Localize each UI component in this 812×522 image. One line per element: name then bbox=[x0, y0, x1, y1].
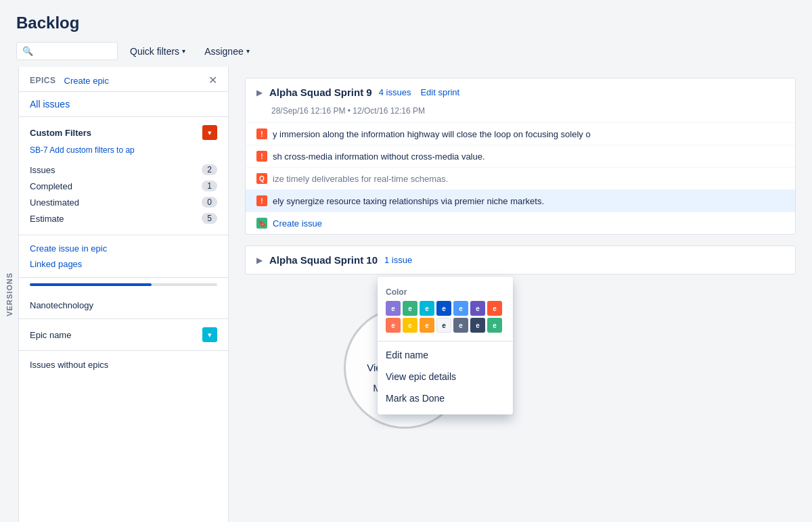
main-content: VERSIONS EPICS Create epic ✕ All issues bbox=[0, 67, 812, 522]
color-swatch-green2[interactable]: e bbox=[487, 318, 502, 333]
color-swatch-lightblue[interactable]: e bbox=[453, 301, 468, 316]
filter-row-completed: Completed 1 bbox=[30, 178, 217, 194]
search-icon: 🔍 bbox=[22, 46, 33, 56]
filter-issues-badge: 2 bbox=[202, 164, 217, 175]
assignee-button[interactable]: Assignee ▾ bbox=[198, 43, 256, 60]
sidebar-header: EPICS Create epic ✕ bbox=[19, 67, 228, 92]
color-swatch-indigo[interactable]: e bbox=[470, 301, 485, 316]
filter-completed-label: Completed bbox=[30, 181, 72, 191]
color-swatch-darkblue[interactable]: e bbox=[470, 318, 485, 333]
color-swatch-yellow[interactable]: e bbox=[403, 318, 418, 333]
page-container: Backlog 🔍 Quick filters ▾ Assignee ▾ VER… bbox=[0, 0, 812, 522]
create-issue-row[interactable]: 🔖 Create issue bbox=[246, 212, 795, 234]
context-menu: Color e e e e e e e e e e e e e bbox=[378, 277, 513, 414]
custom-filters-header: Custom Filters ▾ bbox=[30, 125, 217, 140]
custom-filters-label: Custom Filters bbox=[30, 128, 91, 138]
create-icon: 🔖 bbox=[256, 218, 267, 229]
color-swatch-purple[interactable]: e bbox=[386, 301, 401, 316]
progress-bar-container bbox=[30, 283, 217, 286]
sprint-9-dates: 28/Sep/16 12:16 PM • 12/Oct/16 12:16 PM bbox=[246, 106, 795, 122]
issue-row: ! y immersion along the information high… bbox=[246, 122, 795, 145]
color-swatch-green[interactable]: e bbox=[403, 301, 418, 316]
sidebar-action-links: Create issue in epic Linked pages bbox=[19, 235, 228, 278]
issue-text: ely synergize resource taxing relationsh… bbox=[273, 196, 784, 206]
filter-issues-label: Issues bbox=[30, 165, 55, 175]
sb-link[interactable]: SB-7 Add custom filters to ap bbox=[30, 145, 217, 155]
filter-row-issues: Issues 2 bbox=[30, 162, 217, 178]
issues-without-epics: Issues without epics bbox=[19, 351, 228, 378]
progress-bar-fill bbox=[30, 283, 152, 286]
versions-label: VERSIONS bbox=[5, 272, 14, 316]
create-issue-in-epic-link[interactable]: Create issue in epic bbox=[19, 241, 228, 256]
issue-text: y immersion along the information highwa… bbox=[273, 129, 784, 139]
color-swatch-amber[interactable]: e bbox=[420, 318, 434, 333]
sidebar-header-left: EPICS Create epic bbox=[30, 76, 109, 86]
filter-estimate-label: Estimate bbox=[30, 214, 64, 224]
color-section-label: Color bbox=[386, 287, 505, 297]
color-swatches: e e e e e e e e e e e e e e bbox=[386, 301, 505, 333]
epic-name-section: Epic name ▾ bbox=[19, 319, 228, 351]
color-swatch-gray[interactable]: e bbox=[453, 318, 468, 333]
issue-type-icon: ! bbox=[256, 195, 267, 206]
sprint-10-count: 1 issue bbox=[384, 255, 412, 265]
issue-type-icon: Q bbox=[256, 173, 267, 184]
filter-unestimated-badge: 0 bbox=[202, 197, 217, 208]
quick-filters-chevron-icon: ▾ bbox=[182, 47, 185, 55]
epic-name-dropdown-button[interactable]: ▾ bbox=[202, 327, 217, 342]
close-sidebar-button[interactable]: ✕ bbox=[208, 75, 217, 86]
page-header: Backlog 🔍 Quick filters ▾ Assignee ▾ bbox=[0, 0, 812, 67]
issue-row: Q ize timely deliverables for real-time … bbox=[246, 167, 795, 189]
epic-name-label: Epic name bbox=[30, 330, 71, 340]
sidebar-wrapper: VERSIONS EPICS Create epic ✕ All issues bbox=[0, 67, 229, 522]
quick-filters-button[interactable]: Quick filters ▾ bbox=[123, 43, 192, 60]
issue-type-icon: ! bbox=[256, 151, 267, 162]
create-issue-label: Create issue bbox=[273, 218, 322, 229]
search-box[interactable]: 🔍 bbox=[16, 42, 118, 60]
filter-row-unestimated: Unestimated 0 bbox=[30, 194, 217, 210]
sidebar: EPICS Create epic ✕ All issues Custom Fi… bbox=[19, 67, 229, 522]
sprint-9-name: Alpha Squad Sprint 9 bbox=[269, 87, 372, 98]
create-epic-link[interactable]: Create epic bbox=[64, 76, 109, 86]
sprint-10-section: ▶ Alpha Squad Sprint 10 1 issue bbox=[245, 245, 796, 275]
color-swatch-red[interactable]: e bbox=[487, 301, 502, 316]
mark-done-menu-item[interactable]: Mark as Done bbox=[378, 387, 513, 409]
sprint-10-name: Alpha Squad Sprint 10 bbox=[269, 254, 378, 266]
sprint-9-header: ▶ Alpha Squad Sprint 9 4 issues Edit spr… bbox=[246, 78, 795, 106]
color-swatch-orange[interactable]: e bbox=[386, 318, 401, 333]
page-title: Backlog bbox=[16, 14, 796, 32]
edit-name-menu-item[interactable]: Edit name bbox=[378, 344, 513, 366]
sprint-10-chevron-icon[interactable]: ▶ bbox=[256, 256, 263, 265]
assignee-chevron-icon: ▾ bbox=[246, 47, 250, 55]
color-swatch-light[interactable]: e bbox=[436, 318, 451, 333]
issue-row-highlighted: ! ely synergize resource taxing relation… bbox=[246, 189, 795, 212]
custom-filters-section: Custom Filters ▾ SB-7 Add custom filters… bbox=[19, 117, 228, 235]
linked-pages-link[interactable]: Linked pages bbox=[19, 256, 228, 272]
nanotechnology-section: Nanotechnology bbox=[19, 291, 228, 319]
epics-label: EPICS bbox=[30, 76, 56, 85]
view-epic-menu-item[interactable]: View epic details bbox=[378, 366, 513, 387]
filter-row-estimate: Estimate 5 bbox=[30, 210, 217, 227]
issue-row: ! sh cross-media information without cro… bbox=[246, 145, 795, 167]
filter-estimate-badge: 5 bbox=[202, 213, 217, 224]
filter-completed-badge: 1 bbox=[202, 181, 217, 191]
versions-tab[interactable]: VERSIONS bbox=[0, 67, 19, 522]
sprint-9-edit-link[interactable]: Edit sprint bbox=[420, 87, 459, 97]
issue-text: ize timely deliverables for real-time sc… bbox=[273, 174, 784, 184]
color-swatch-teal[interactable]: e bbox=[420, 301, 434, 316]
issue-type-icon: ! bbox=[256, 128, 267, 139]
toolbar: 🔍 Quick filters ▾ Assignee ▾ bbox=[16, 42, 796, 60]
filter-unestimated-label: Unestimated bbox=[30, 197, 79, 208]
epic-name-header: Epic name ▾ bbox=[30, 327, 217, 342]
custom-filters-dropdown-button[interactable]: ▾ bbox=[202, 125, 217, 140]
search-input[interactable] bbox=[37, 46, 112, 56]
color-swatch-blue[interactable]: e bbox=[436, 301, 451, 316]
issues-without-epics-label: Issues without epics bbox=[30, 360, 108, 370]
menu-divider bbox=[378, 341, 513, 341]
nanotechnology-label: Nanotechnology bbox=[30, 300, 93, 310]
issue-text: sh cross-media information without cross… bbox=[273, 151, 784, 162]
sprint-9-chevron-icon[interactable]: ▶ bbox=[256, 88, 263, 97]
main-area: ▶ Alpha Squad Sprint 9 4 issues Edit spr… bbox=[229, 67, 812, 522]
sprint-10-header: ▶ Alpha Squad Sprint 10 1 issue bbox=[246, 246, 795, 274]
all-issues-link[interactable]: All issues bbox=[19, 92, 228, 117]
sprint-9-section: ▶ Alpha Squad Sprint 9 4 issues Edit spr… bbox=[245, 78, 796, 235]
